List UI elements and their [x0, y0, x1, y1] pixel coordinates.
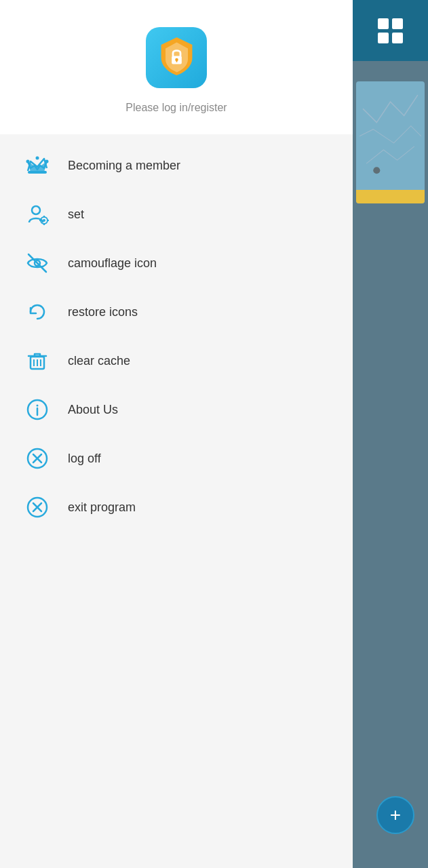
menu-item-about[interactable]: About Us [0, 385, 353, 434]
menu-item-camouflage[interactable]: camouflage icon [0, 239, 353, 288]
fab-button[interactable]: + [376, 796, 414, 834]
menu-label-becoming-member: Becoming a member [68, 159, 180, 173]
close-circle-exit-icon [20, 495, 54, 519]
refresh-icon [20, 300, 54, 324]
svg-point-7 [45, 160, 49, 163]
menu-label-clear-cache: clear cache [68, 354, 130, 368]
right-panel-top [353, 0, 428, 61]
menu-label-camouflage: camouflage icon [68, 256, 157, 271]
eye-slash-icon [20, 251, 54, 275]
close-circle-logoff-icon [20, 446, 54, 471]
crown-icon [20, 153, 54, 178]
right-panel-content: + [353, 61, 428, 868]
menu-item-restore[interactable]: restore icons [0, 288, 353, 336]
grid-icon[interactable] [378, 18, 403, 43]
shield-lock-icon [158, 36, 195, 79]
drawer: Please log in/register Becoming a member [0, 0, 353, 868]
svg-point-0 [373, 167, 380, 174]
menu-label-restore: restore icons [68, 305, 138, 319]
svg-point-8 [32, 206, 40, 214]
grid-cell-4 [392, 33, 403, 43]
menu-item-clear-cache[interactable]: clear cache [0, 336, 353, 385]
menu-label-logoff: log off [68, 452, 101, 466]
login-prompt[interactable]: Please log in/register [125, 102, 227, 114]
menu-label-about: About Us [68, 403, 118, 417]
svg-point-23 [37, 405, 39, 407]
menu-item-set[interactable]: set [0, 190, 353, 239]
info-circle-icon [20, 397, 54, 422]
fab-plus-icon: + [390, 806, 401, 825]
grid-cell-1 [378, 18, 389, 29]
map-svg [356, 81, 425, 203]
user-settings-icon [20, 202, 54, 226]
menu-label-set: set [68, 208, 84, 222]
trash-icon [20, 349, 54, 373]
app-icon [146, 27, 207, 88]
map-area [356, 81, 425, 203]
svg-rect-3 [176, 60, 177, 62]
grid-cell-2 [392, 18, 403, 29]
yellow-bar [356, 190, 425, 203]
svg-point-6 [36, 157, 39, 160]
menu-item-logoff[interactable]: log off [0, 434, 353, 483]
menu-item-becoming-member[interactable]: Becoming a member [0, 141, 353, 190]
drawer-menu: Becoming a member set [0, 134, 353, 538]
grid-cell-3 [378, 33, 389, 43]
right-panel: + [353, 0, 428, 868]
svg-line-16 [28, 254, 46, 272]
drawer-header: Please log in/register [0, 0, 353, 134]
menu-label-exit: exit program [68, 500, 136, 515]
menu-item-exit[interactable]: exit program [0, 483, 353, 532]
svg-point-5 [26, 160, 30, 163]
svg-point-10 [43, 219, 45, 222]
